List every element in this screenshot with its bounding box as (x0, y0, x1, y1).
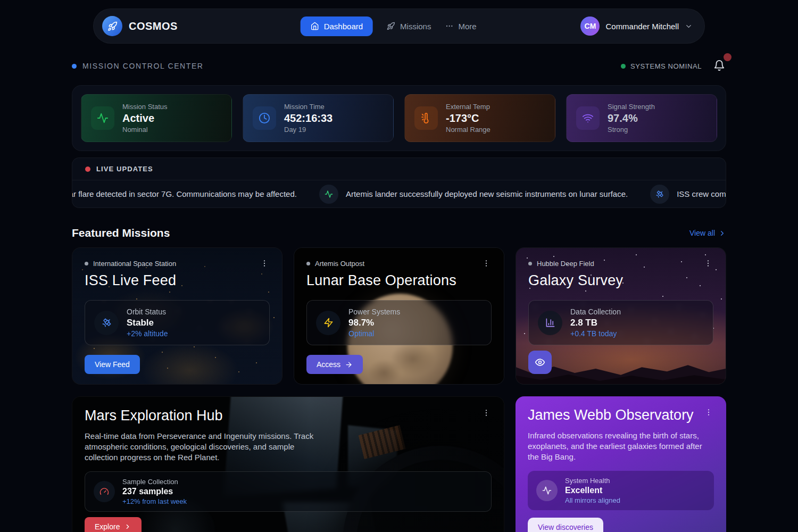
stat-value: 98.7% (348, 318, 400, 328)
view-all-label: View all (689, 229, 715, 237)
blue-status-dot (72, 64, 77, 69)
card-menu-button[interactable] (481, 258, 492, 269)
stat-label: External Temp (446, 103, 491, 111)
view-all-link[interactable]: View all (689, 229, 726, 237)
brand: COSMOS (102, 16, 178, 36)
notification-badge (724, 53, 732, 61)
mission-card-mars[interactable]: Mars Exploration Hub Real-time data from… (72, 396, 504, 532)
ticker-item: Solar flare detected in sector 7G. Commu… (72, 185, 297, 204)
view-feed-label: View Feed (95, 360, 130, 369)
thermometer-icon (414, 106, 438, 130)
card-menu-button[interactable] (481, 408, 492, 418)
stat-card-mission-status: Mission Status Active Nominal (81, 94, 232, 142)
kebab-icon (704, 259, 712, 268)
mission-description: Infrared observations revealing the birt… (528, 430, 714, 462)
mission-stat-box: System Health Excellent All mirrors alig… (528, 471, 714, 510)
preview-button[interactable] (528, 351, 552, 374)
card-menu-button[interactable] (259, 258, 270, 269)
chevron-right-icon (124, 523, 131, 530)
stat-label: System Health (565, 477, 620, 485)
notifications-button[interactable] (713, 60, 726, 72)
eye-icon (535, 357, 545, 368)
explore-label: Explore (95, 522, 120, 531)
chevron-down-icon (685, 22, 693, 30)
nav-more-label: More (458, 22, 476, 31)
card-menu-button[interactable] (703, 407, 714, 418)
kebab-icon (482, 259, 491, 268)
tag-dot (85, 262, 88, 265)
zap-icon (316, 311, 340, 335)
mission-stat-box: Orbit Status Stable +2% altitude (85, 300, 270, 345)
stat-sub: Strong (608, 126, 655, 134)
rocket-icon (387, 22, 395, 30)
explore-button[interactable]: Explore (85, 517, 142, 532)
systems-status: SYSTEMS NOMINAL (621, 62, 702, 70)
mission-card-iss[interactable]: International Space Station ISS Live Fee… (72, 247, 282, 385)
tag-dot (306, 262, 310, 265)
satellite-icon (650, 185, 669, 204)
stat-label: Orbit Status (127, 307, 168, 316)
stat-delta: All mirrors aligned (565, 496, 620, 504)
stat-label: Signal Strength (608, 103, 655, 111)
mission-card-lunar[interactable]: Artemis Outpost Lunar Base Operations Po… (294, 247, 504, 385)
mission-tag: International Space Station (93, 260, 176, 268)
ticker-item: Artemis lander successfully deployed new… (319, 185, 628, 204)
mission-title: ISS Live Feed (85, 272, 270, 289)
home-icon (311, 22, 319, 30)
stat-delta: +0.4 TB today (570, 329, 621, 338)
mission-description: Real-time data from Perseverance and Ing… (85, 431, 327, 463)
nav-item-missions[interactable]: Missions (387, 22, 431, 31)
mission-title: James Webb Observatory (528, 407, 694, 423)
access-button[interactable]: Access (306, 355, 363, 374)
live-updates-panel: LIVE UPDATES Solar flare detected in sec… (72, 157, 726, 208)
stat-label: Data Collection (570, 307, 621, 316)
stat-value: 452:16:33 (284, 112, 332, 124)
card-menu-button[interactable] (703, 258, 713, 269)
avatar: CM (580, 16, 600, 36)
stat-label: Mission Time (284, 103, 332, 111)
nav-dashboard-label: Dashboard (324, 22, 363, 31)
nav-center: Dashboard Missions More (301, 16, 477, 36)
mission-tag: Hubble Deep Field (537, 260, 594, 268)
ellipsis-icon (445, 22, 453, 30)
view-discoveries-button[interactable]: View discoveries (528, 518, 603, 532)
nav-missions-label: Missions (400, 22, 431, 31)
stat-label: Sample Collection (122, 478, 187, 486)
tag-dot (528, 262, 532, 265)
mission-title: Mars Exploration Hub (85, 408, 223, 424)
bar-chart-icon (538, 311, 562, 335)
stat-sub: Nominal (122, 126, 168, 134)
stat-value: 2.8 TB (570, 318, 621, 328)
top-navigation: COSMOS Dashboard Missions More CM Comman… (93, 9, 705, 44)
ticker-text: Solar flare detected in sector 7G. Commu… (72, 189, 297, 198)
bell-icon (713, 60, 725, 71)
mission-tag: Artemis Outpost (315, 260, 364, 268)
page-title: MISSION CONTROL CENTER (82, 62, 204, 70)
activity-icon (91, 106, 114, 130)
ticker-text: Artemis lander successfully deployed new… (346, 189, 628, 198)
clock-icon (253, 106, 276, 130)
stat-card-signal-strength: Signal Strength 97.4% Strong (566, 94, 717, 142)
kebab-icon (482, 409, 491, 417)
access-label: Access (317, 360, 340, 369)
satellite-icon (94, 311, 119, 335)
gauge-icon (94, 481, 115, 502)
activity-icon (319, 185, 338, 204)
mission-card-jwst[interactable]: James Webb Observatory Infrared observat… (516, 396, 726, 532)
stats-strip: Mission Status Active Nominal Mission Ti… (72, 85, 726, 151)
mission-card-galaxy[interactable]: Hubble Deep Field Galaxy Survey Data Col… (516, 247, 726, 385)
user-menu[interactable]: CM Commander Mitchell (580, 16, 693, 36)
brand-name: COSMOS (129, 20, 178, 32)
green-status-dot (621, 64, 626, 69)
chevron-right-icon (718, 229, 726, 237)
mission-title: Galaxy Survey (528, 272, 713, 289)
rocket-logo-icon (102, 16, 122, 36)
stat-value: 237 samples (122, 487, 187, 496)
ticker-item: ISS crew completes critical EVA maintena… (650, 185, 726, 204)
view-feed-button[interactable]: View Feed (85, 355, 140, 374)
news-ticker: Solar flare detected in sector 7G. Commu… (72, 180, 726, 207)
nav-item-dashboard[interactable]: Dashboard (301, 16, 373, 36)
stat-value: Active (122, 112, 168, 124)
nav-item-more[interactable]: More (445, 22, 476, 31)
page-header: MISSION CONTROL CENTER SYSTEMS NOMINAL (72, 59, 726, 73)
